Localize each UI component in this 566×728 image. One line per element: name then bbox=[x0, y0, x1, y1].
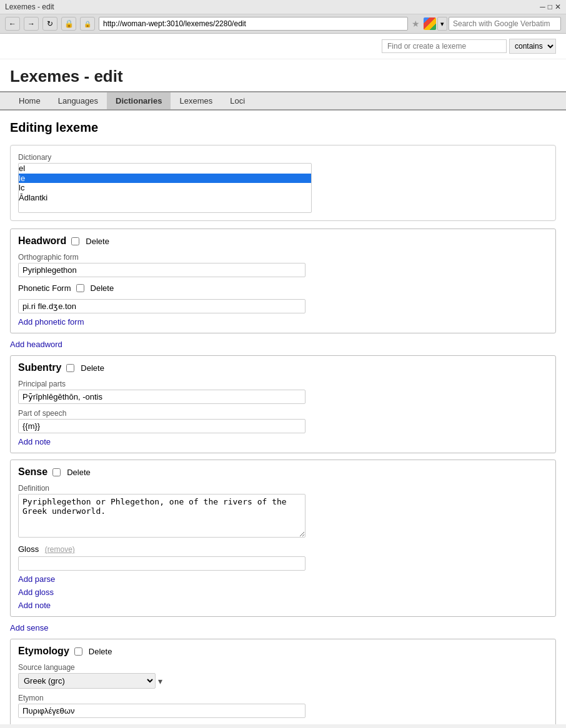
dict-option-adlantki[interactable]: Ādlantki bbox=[19, 193, 311, 203]
headword-delete-checkbox[interactable] bbox=[71, 237, 79, 245]
page-title: Lexemes - edit bbox=[0, 59, 566, 91]
browser-titlebar: Lexemes - edit ─ □ ✕ bbox=[0, 0, 566, 14]
gloss-input[interactable] bbox=[18, 556, 305, 571]
dict-option-le[interactable]: le bbox=[19, 174, 311, 184]
tab-home[interactable]: Home bbox=[10, 92, 49, 109]
sense-title: Sense bbox=[18, 466, 47, 478]
browser-toolbar: ← → ↻ 🔒 🔒 ★ ▾ bbox=[0, 14, 566, 34]
phonetic-input[interactable] bbox=[18, 299, 305, 313]
phonetic-section: Phonetic Form Delete bbox=[18, 283, 548, 313]
orthographic-input[interactable] bbox=[18, 263, 305, 277]
add-note-subentry-row: Add note bbox=[18, 437, 548, 446]
add-parse-link[interactable]: Add parse bbox=[18, 574, 55, 584]
dictionary-listbox-wrap: el le lc Ādlantki bbox=[18, 163, 312, 213]
etym-gloss-label: Gloss bbox=[18, 723, 548, 724]
subentry-section: Subentry Delete Principal parts Part of … bbox=[10, 355, 556, 453]
principal-parts-label: Principal parts bbox=[18, 380, 548, 388]
forward-button[interactable]: → bbox=[24, 17, 39, 31]
dict-option-lc[interactable]: lc bbox=[19, 183, 311, 193]
headword-title: Headword bbox=[18, 235, 66, 247]
definition-textarea[interactable]: Pyriphlegethon or Phlegethon, one of the… bbox=[18, 494, 305, 538]
tab-languages[interactable]: Languages bbox=[49, 92, 107, 109]
secure-button[interactable]: 🔒 bbox=[80, 17, 95, 31]
tab-loci[interactable]: Loci bbox=[221, 92, 254, 109]
gloss-label: Gloss bbox=[18, 544, 39, 554]
phonetic-delete-checkbox[interactable] bbox=[76, 284, 84, 292]
phonetic-legend: Phonetic Form Delete bbox=[18, 283, 548, 293]
subentry-delete-checkbox[interactable] bbox=[66, 364, 74, 372]
phonetic-label: Phonetic Form bbox=[18, 283, 71, 293]
add-note-sense-row: Add note bbox=[18, 601, 548, 610]
dictionary-section: Dictionary el le lc Ādlantki bbox=[10, 145, 556, 221]
back-button[interactable]: ← bbox=[5, 17, 20, 31]
etymology-delete-checkbox[interactable] bbox=[74, 647, 82, 656]
definition-label: Definition bbox=[18, 484, 548, 493]
editing-heading: Editing lexeme bbox=[10, 121, 556, 135]
find-lexeme-select[interactable]: contains bbox=[509, 39, 556, 54]
address-bar[interactable] bbox=[99, 17, 408, 31]
gloss-remove-link[interactable]: (remove) bbox=[45, 545, 75, 554]
tab-lexemes[interactable]: Lexemes bbox=[171, 92, 221, 109]
add-headword-row: Add headword bbox=[10, 340, 556, 349]
sense-section: Sense Delete Definition Pyriphlegethon o… bbox=[10, 460, 556, 617]
page-header: contains bbox=[0, 34, 566, 59]
principal-parts-input[interactable] bbox=[18, 390, 305, 404]
source-lang-row: Greek (grc) Latin (lat) Other ▾ bbox=[18, 673, 548, 689]
etymon-label: Etymon bbox=[18, 694, 548, 702]
add-headword-link[interactable]: Add headword bbox=[10, 340, 62, 349]
dict-option-el[interactable]: el bbox=[19, 164, 311, 174]
add-phonetic-link[interactable]: Add phonetic form bbox=[18, 317, 84, 327]
search-input[interactable] bbox=[449, 17, 561, 31]
sense-delete-checkbox[interactable] bbox=[52, 468, 61, 476]
google-search-icon bbox=[424, 17, 436, 30]
dropdown-arrow-icon: ▾ bbox=[158, 676, 162, 686]
subentry-delete-label: Delete bbox=[81, 363, 104, 373]
bookmark-button[interactable]: ★ bbox=[412, 19, 420, 29]
pos-label: Part of speech bbox=[18, 409, 548, 418]
etymology-section: Etymology Delete Source language Greek (… bbox=[10, 639, 556, 724]
add-phonetic-row: Add phonetic form bbox=[18, 317, 548, 327]
gloss-row: Gloss (remove) bbox=[18, 544, 548, 554]
headword-legend: Headword Delete bbox=[18, 235, 548, 247]
etymology-delete-label: Delete bbox=[89, 647, 112, 656]
sense-delete-label: Delete bbox=[67, 468, 91, 477]
dictionary-listbox[interactable]: el le lc Ādlantki bbox=[18, 163, 312, 213]
subentry-title: Subentry bbox=[18, 362, 61, 373]
window-controls: ─ □ ✕ bbox=[540, 2, 561, 11]
etymology-title: Etymology bbox=[18, 646, 69, 657]
etymon-input[interactable] bbox=[18, 704, 305, 718]
dictionary-label: Dictionary bbox=[18, 153, 548, 162]
find-lexeme-input[interactable] bbox=[382, 39, 507, 53]
source-lang-select[interactable]: Greek (grc) Latin (lat) Other bbox=[18, 673, 156, 689]
add-gloss-row: Add gloss bbox=[18, 588, 548, 597]
add-sense-row: Add sense bbox=[10, 623, 556, 632]
refresh-button[interactable]: ↻ bbox=[42, 17, 57, 31]
add-note-subentry-link[interactable]: Add note bbox=[18, 437, 51, 446]
add-note-sense-link[interactable]: Add note bbox=[18, 601, 51, 610]
main-nav: Home Languages Dictionaries Lexemes Loci bbox=[0, 91, 566, 111]
etymology-legend: Etymology Delete bbox=[18, 646, 548, 657]
add-sense-link[interactable]: Add sense bbox=[10, 623, 48, 632]
subentry-legend: Subentry Delete bbox=[18, 362, 548, 373]
add-parse-row: Add parse bbox=[18, 574, 548, 584]
search-dropdown-button[interactable]: ▾ bbox=[437, 17, 447, 31]
headword-delete-label: Delete bbox=[86, 237, 109, 246]
add-gloss-link[interactable]: Add gloss bbox=[18, 588, 54, 597]
main-content: Editing lexeme Dictionary el le lc Ādlan… bbox=[0, 111, 566, 724]
headword-section: Headword Delete Orthographic form Phonet… bbox=[10, 229, 556, 333]
sense-legend: Sense Delete bbox=[18, 466, 548, 478]
tab-dictionaries[interactable]: Dictionaries bbox=[107, 92, 171, 109]
home-button[interactable]: 🔒 bbox=[61, 17, 76, 31]
pos-input[interactable] bbox=[18, 419, 305, 433]
orthographic-label: Orthographic form bbox=[18, 253, 548, 262]
search-bar-container: ▾ bbox=[424, 17, 561, 31]
source-lang-label: Source language bbox=[18, 663, 548, 672]
phonetic-delete-label: Delete bbox=[91, 283, 114, 293]
window-title: Lexemes - edit bbox=[5, 2, 540, 11]
page-wrapper: contains Lexemes - edit Home Languages D… bbox=[0, 34, 566, 724]
